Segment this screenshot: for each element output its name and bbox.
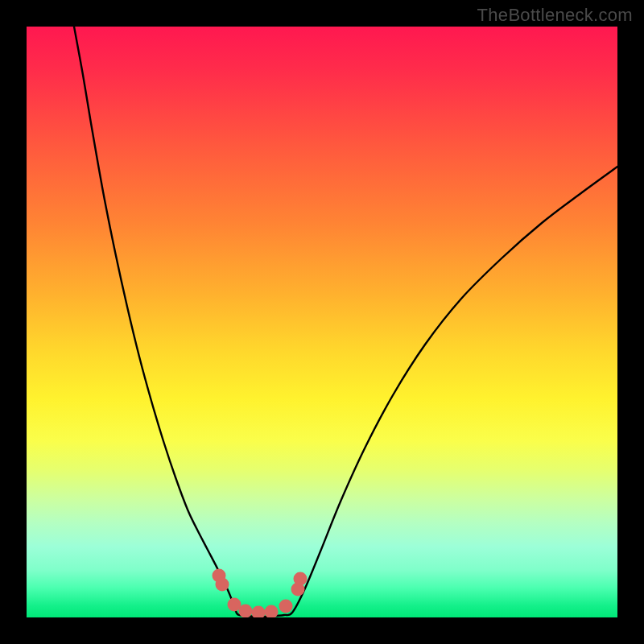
marker-dot: [216, 578, 229, 592]
marker-dot: [294, 572, 308, 586]
marker-dot: [265, 605, 279, 618]
chart-svg: [27, 27, 617, 617]
marker-dot: [279, 600, 293, 613]
chart-frame: TheBottleneck.com: [0, 0, 644, 644]
watermark-text: TheBottleneck.com: [477, 5, 633, 26]
chart-plot-area: [27, 27, 617, 617]
marker-dot: [239, 605, 253, 618]
marker-dot: [252, 606, 266, 618]
bottleneck-curve: [74, 27, 617, 617]
